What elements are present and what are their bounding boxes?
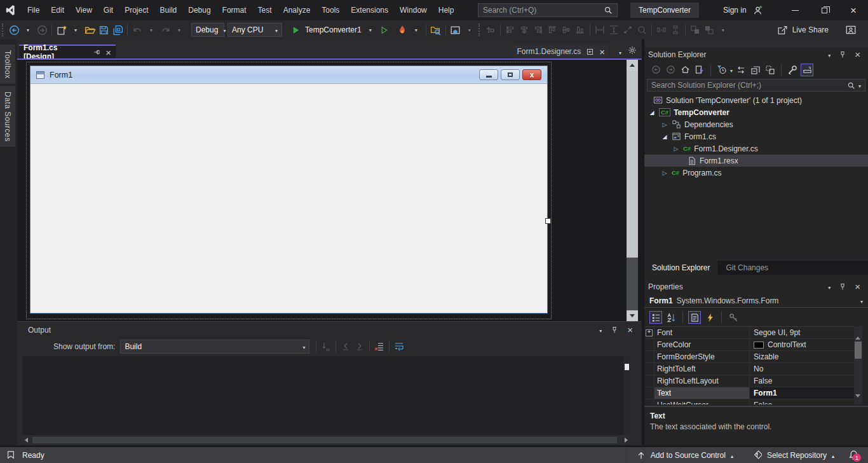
alphabetical-sort-button[interactable]: [665, 311, 677, 324]
open-file-button[interactable]: [83, 22, 97, 38]
property-name[interactable]: ForeColor: [654, 339, 750, 350]
hot-reload-dropdown[interactable]: [409, 22, 423, 38]
menu-file[interactable]: File: [22, 0, 45, 20]
properties-pin-icon[interactable]: [839, 283, 846, 291]
designer-vertical-scrollbar[interactable]: [627, 60, 638, 321]
solution-explorer-search-box[interactable]: [647, 79, 865, 92]
tab-list-dropdown[interactable]: [619, 48, 621, 57]
align-to-grid-button[interactable]: [484, 22, 498, 38]
categorized-view-button[interactable]: [649, 311, 662, 324]
se-collapse-all-button[interactable]: [749, 64, 762, 76]
menu-extensions[interactable]: Extensions: [345, 0, 394, 20]
save-all-button[interactable]: [111, 22, 125, 38]
se-preview-selected-items-button[interactable]: [801, 64, 813, 76]
notifications-bell-icon[interactable]: 1: [848, 450, 859, 460]
property-grid-scrollbar-thumb[interactable]: [855, 342, 862, 359]
navigate-back-button[interactable]: [7, 22, 21, 38]
output-hscrollbar-thumb[interactable]: [32, 437, 617, 443]
toolbox-tab[interactable]: Toolbox: [0, 45, 15, 84]
property-row-usewaitcursor[interactable]: UseWaitCursor False: [644, 399, 854, 404]
previous-message-button[interactable]: [339, 339, 353, 354]
close-preview-tab-icon[interactable]: [599, 47, 605, 57]
se-search-icon[interactable]: [847, 81, 855, 90]
events-button[interactable]: [703, 311, 716, 324]
close-tab-icon[interactable]: [105, 48, 111, 57]
property-name[interactable]: RightToLeftLayout: [654, 375, 750, 387]
tab-form1-designer-preview[interactable]: Form1.Designer.cs: [513, 45, 609, 59]
solution-explorer-header[interactable]: Solution Explorer: [644, 48, 868, 61]
tab-git-changes[interactable]: Git Changes: [718, 261, 776, 275]
menu-window[interactable]: Window: [394, 0, 433, 20]
menu-debug[interactable]: Debug: [182, 0, 216, 20]
menu-view[interactable]: View: [70, 0, 98, 20]
redo-dropdown[interactable]: [172, 22, 186, 38]
send-to-back-button[interactable]: [702, 22, 716, 38]
designed-form-client-area[interactable]: [31, 84, 547, 313]
property-name[interactable]: FormBorderStyle: [654, 351, 750, 363]
repository-icon[interactable]: [752, 450, 762, 460]
tree-item-form1-resx[interactable]: Form1.resx: [644, 155, 868, 167]
se-filter-dropdown[interactable]: [730, 66, 733, 74]
solution-explorer-close-icon[interactable]: [855, 50, 860, 59]
tree-item-form1-designer-cs[interactable]: C# Form1.Designer.cs: [644, 142, 868, 155]
output-text-area[interactable]: [22, 356, 630, 435]
se-search-dropdown[interactable]: [858, 81, 861, 90]
property-value[interactable]: False: [754, 401, 772, 404]
menu-help[interactable]: Help: [433, 0, 460, 20]
horizontal-spacing-button[interactable]: [654, 22, 668, 38]
solution-explorer-home-button[interactable]: [449, 22, 463, 38]
property-name[interactable]: RightToLeft: [654, 363, 750, 375]
find-in-files-button[interactable]: [429, 22, 443, 38]
properties-dropdown[interactable]: [828, 282, 831, 291]
word-wrap-button[interactable]: [392, 339, 406, 354]
se-properties-wrench-button[interactable]: [786, 64, 799, 76]
property-row-righttoleft[interactable]: RightToLeft No: [644, 363, 854, 375]
start-without-debugging-button[interactable]: [377, 22, 391, 38]
property-name[interactable]: UseWaitCursor: [654, 399, 750, 404]
se-switch-views-button[interactable]: [735, 64, 747, 76]
new-project-dropdown[interactable]: [69, 22, 83, 38]
output-horizontal-scrollbar[interactable]: [22, 436, 630, 445]
form-minimize-button[interactable]: [479, 69, 498, 80]
scrollbar-thumb[interactable]: [627, 71, 638, 258]
solution-explorer-pin-icon[interactable]: [839, 51, 846, 59]
live-share-button[interactable]: Live Share: [777, 25, 829, 36]
output-source-dropdown[interactable]: Build: [120, 340, 309, 354]
tab-form1-design[interactable]: Form1.cs [Design]: [19, 45, 116, 59]
select-repository-button[interactable]: Select Repository: [767, 451, 827, 460]
menu-analyze[interactable]: Analyze: [278, 0, 316, 20]
object-selector-dropdown[interactable]: [860, 296, 863, 305]
make-same-height-button[interactable]: [607, 22, 621, 38]
scroll-down-button[interactable]: [627, 310, 638, 321]
search-icon[interactable]: [604, 6, 613, 15]
window-restore-button[interactable]: [810, 0, 839, 20]
se-show-all-files-button[interactable]: [764, 64, 776, 76]
tree-item-form1-cs[interactable]: Form1.cs: [644, 130, 868, 142]
property-row-forecolor[interactable]: ForeColor ControlText: [644, 339, 854, 351]
solution-explorer-search-input[interactable]: [651, 81, 847, 90]
property-value[interactable]: No: [754, 364, 763, 373]
data-sources-tab[interactable]: Data Sources: [0, 86, 15, 147]
sign-in-button[interactable]: Sign in: [723, 0, 763, 20]
start-debugging-button[interactable]: TempConverter1: [305, 25, 362, 34]
goto-message-button[interactable]: [319, 339, 333, 354]
add-to-source-control-dropdown[interactable]: [731, 451, 733, 460]
forms-designer-surface[interactable]: Form1 x: [17, 60, 642, 321]
collapsed-arrow-icon[interactable]: [672, 146, 680, 152]
se-sync-with-active-document-button[interactable]: [693, 64, 706, 76]
menu-project[interactable]: Project: [119, 0, 154, 20]
keep-open-icon[interactable]: [586, 48, 594, 56]
feedback-icon[interactable]: [845, 24, 857, 36]
make-same-size-button[interactable]: [621, 22, 635, 38]
align-bottoms-button[interactable]: [573, 22, 587, 38]
align-centers-button[interactable]: [517, 22, 531, 38]
align-tops-button[interactable]: [545, 22, 559, 38]
navigate-back-dropdown[interactable]: [21, 22, 35, 38]
property-row-font[interactable]: Font Segoe UI, 9pt: [644, 327, 854, 339]
properties-close-icon[interactable]: [855, 282, 860, 291]
expanded-arrow-icon[interactable]: [648, 109, 656, 116]
new-project-button[interactable]: [55, 22, 69, 38]
pin-icon[interactable]: [93, 48, 101, 56]
output-close-icon[interactable]: [627, 325, 633, 335]
vertical-spacing-button[interactable]: [668, 22, 682, 38]
